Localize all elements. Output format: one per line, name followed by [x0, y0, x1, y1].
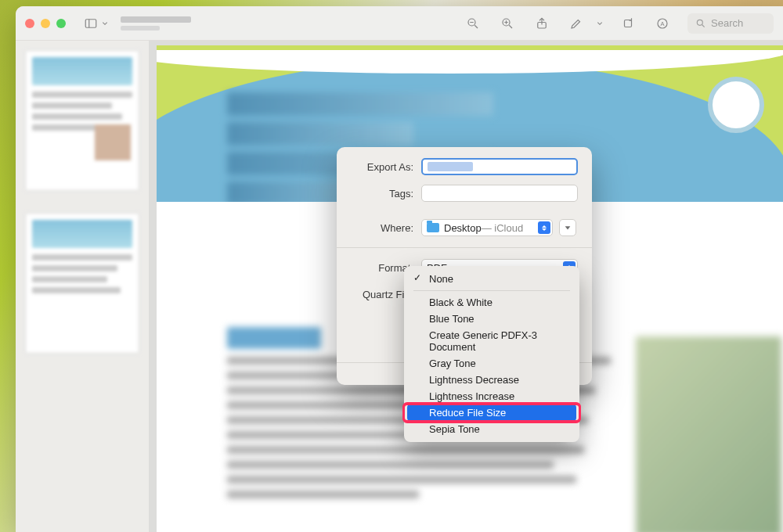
page-thumbnail[interactable] [25, 213, 139, 354]
close-window-button[interactable] [25, 19, 34, 28]
svg-text:A: A [660, 20, 664, 27]
share-button[interactable] [532, 14, 551, 33]
where-folder-name: Desktop [444, 222, 482, 234]
zoom-in-button[interactable] [498, 14, 517, 33]
where-popup[interactable]: Desktop — iCloud [421, 219, 553, 236]
tags-field[interactable] [421, 185, 578, 202]
document-photo [634, 335, 783, 532]
quartz-filter-option[interactable]: Lightness Decrease [407, 372, 576, 388]
export-filename-field[interactable] [421, 158, 578, 175]
svg-point-14 [697, 20, 702, 25]
quartz-filter-option[interactable]: None [407, 271, 576, 287]
document-title [121, 16, 191, 31]
search-placeholder: Search [711, 17, 743, 29]
thumbnail-sidebar[interactable] [16, 41, 149, 532]
toolbar-actions: A Search [464, 13, 774, 34]
expand-save-dialog-button[interactable] [559, 219, 576, 236]
svg-line-3 [474, 25, 478, 28]
svg-line-15 [702, 24, 705, 27]
svg-marker-16 [565, 226, 571, 229]
svg-rect-11 [625, 20, 632, 27]
svg-rect-0 [85, 19, 96, 27]
quartz-filter-option[interactable]: Reduce File Size [407, 404, 576, 421]
folder-icon [427, 223, 439, 232]
zoom-out-button[interactable] [464, 14, 482, 33]
where-label: Where: [351, 222, 421, 234]
quartz-filter-option[interactable]: Blue Tone [407, 311, 576, 327]
where-cloud-suffix: — iCloud [482, 222, 523, 234]
brand-logo [708, 77, 764, 133]
highlight-button[interactable]: A [653, 14, 672, 33]
zoom-window-button[interactable] [56, 19, 66, 28]
sidebar-toggle-button[interactable] [81, 14, 100, 33]
svg-line-6 [509, 25, 512, 28]
window-controls [25, 19, 66, 28]
updown-arrows-icon [538, 221, 550, 234]
titlebar: A Search [16, 6, 783, 41]
quartz-filter-option[interactable]: Create Generic PDFX-3 Document [407, 327, 576, 355]
quartz-filter-option[interactable]: Lightness Increase [407, 388, 576, 404]
quartz-filter-option[interactable]: Sepia Tone [407, 421, 576, 437]
export-as-label: Export As: [351, 161, 421, 173]
markup-button[interactable] [567, 14, 586, 33]
markup-menu-chevron-icon[interactable] [597, 14, 603, 33]
sidebar-menu-chevron-icon[interactable] [102, 14, 108, 33]
tags-label: Tags: [351, 188, 421, 200]
quartz-filter-option[interactable]: Gray Tone [407, 355, 576, 372]
rotate-button[interactable] [619, 14, 637, 33]
search-icon [695, 18, 706, 29]
page-thumbnail[interactable] [25, 50, 139, 191]
quartz-filter-option[interactable]: Black & White [407, 294, 576, 311]
minimize-window-button[interactable] [41, 19, 50, 28]
search-field[interactable]: Search [687, 13, 774, 34]
quartz-filter-menu: NoneBlack & WhiteBlue ToneCreate Generic… [404, 266, 579, 442]
